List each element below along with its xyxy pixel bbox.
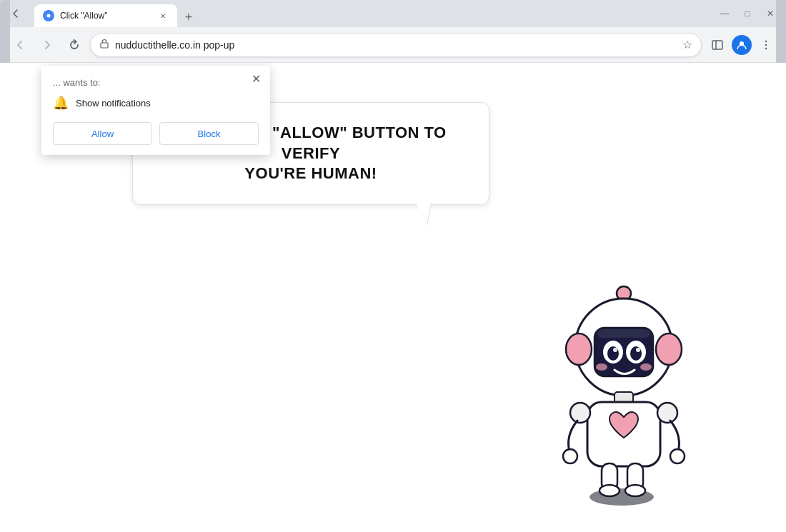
popup-permission-row: 🔔 Show notifications	[53, 95, 259, 111]
tab-favicon	[43, 10, 54, 21]
page-content: ✕ ... wants to: 🔔 Show notifications All…	[0, 63, 786, 532]
notification-popup: ✕ ... wants to: 🔔 Show notifications All…	[41, 66, 270, 155]
new-tab-button[interactable]: +	[179, 7, 199, 27]
back-button[interactable]	[9, 34, 31, 56]
forward-button[interactable]	[36, 34, 59, 56]
svg-point-33	[600, 485, 620, 496]
tab-close-button[interactable]: ✕	[157, 10, 169, 21]
reload-button[interactable]	[63, 34, 86, 56]
tab-title: Click "Allow"	[60, 11, 151, 21]
secure-icon	[99, 39, 109, 51]
block-button[interactable]: Block	[159, 122, 259, 145]
svg-rect-3	[712, 41, 722, 49]
allow-button[interactable]: Allow	[53, 122, 152, 145]
maximize-button[interactable]: □	[737, 4, 757, 24]
permission-text: Show notifications	[76, 98, 151, 109]
svg-point-23	[596, 363, 607, 371]
popup-wants-to-label: ... wants to:	[53, 77, 259, 88]
svg-point-30	[670, 449, 685, 463]
title-bar: Click "Allow" ✕ + — □ ✕	[0, 0, 786, 27]
svg-rect-16	[597, 329, 650, 338]
svg-point-13	[566, 333, 592, 365]
address-text: nudductithelle.co.in pop-up	[115, 39, 677, 51]
bell-icon: 🔔	[53, 95, 69, 111]
address-bar[interactable]: nudductithelle.co.in pop-up ☆	[90, 33, 702, 57]
toolbar-icons	[706, 34, 777, 56]
window-controls: — □ ✕	[715, 4, 780, 24]
svg-rect-2	[101, 43, 108, 48]
bookmark-icon[interactable]: ☆	[682, 38, 692, 51]
svg-point-28	[563, 449, 577, 463]
svg-point-7	[765, 44, 767, 45]
svg-point-29	[657, 403, 677, 423]
svg-point-27	[570, 403, 590, 423]
popup-close-button[interactable]: ✕	[249, 71, 263, 86]
popup-buttons: Allow Block	[53, 122, 259, 145]
svg-point-20	[630, 346, 642, 361]
svg-point-21	[613, 348, 617, 352]
active-tab[interactable]: Click "Allow" ✕	[34, 4, 177, 27]
sidebar-button[interactable]	[706, 34, 729, 56]
svg-point-24	[640, 363, 652, 371]
tab-bar: Click "Allow" ✕ +	[29, 0, 204, 27]
menu-button[interactable]	[755, 34, 777, 56]
svg-point-22	[636, 348, 640, 352]
profile-button[interactable]	[732, 35, 752, 55]
svg-point-14	[656, 333, 682, 365]
svg-point-19	[607, 346, 619, 361]
svg-point-8	[765, 47, 767, 49]
svg-point-1	[47, 14, 51, 18]
minimize-button[interactable]: —	[715, 4, 735, 24]
svg-point-6	[765, 40, 767, 41]
robot-illustration	[543, 265, 700, 511]
address-bar-row: nudductithelle.co.in pop-up ☆	[0, 27, 786, 63]
svg-point-34	[625, 485, 645, 496]
browser-window: Click "Allow" ✕ + — □ ✕	[0, 0, 786, 532]
